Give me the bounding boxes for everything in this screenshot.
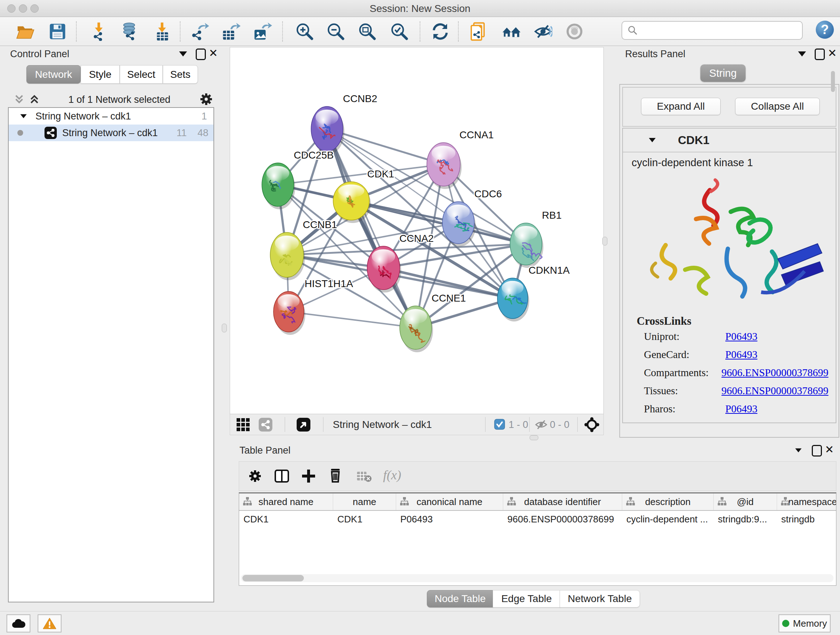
selected-nodes-checkbox-icon[interactable] xyxy=(494,419,505,430)
crosslink-link[interactable]: P06493 xyxy=(725,403,758,415)
table-scrollbar-thumb[interactable] xyxy=(242,575,304,581)
network-options-gear-icon[interactable] xyxy=(199,92,213,106)
protein-collapse-icon[interactable] xyxy=(649,138,656,142)
toolbar-separator xyxy=(458,21,459,42)
column-header-shared-name[interactable]: shared name xyxy=(239,494,333,510)
tab-network[interactable]: Network xyxy=(27,65,81,84)
table-options-gear-icon[interactable] xyxy=(248,469,262,483)
results-panel-close-button[interactable]: ✕ xyxy=(828,49,837,58)
control-panel-title: Control Panel xyxy=(10,49,69,60)
save-session-button[interactable] xyxy=(48,22,67,41)
import-network-button[interactable] xyxy=(89,22,108,41)
crosslink-link[interactable]: P06493 xyxy=(725,331,758,342)
table-cell[interactable]: cyclin-dependent ... xyxy=(622,510,714,527)
show-columns-icon[interactable] xyxy=(274,468,290,484)
right-splitter-handle[interactable] xyxy=(602,237,607,245)
bottom-splitter-handle[interactable] xyxy=(530,435,538,440)
network-row-selected[interactable]: String Network – cdk1 11 48 xyxy=(9,125,213,141)
create-column-icon[interactable] xyxy=(301,468,317,484)
zoom-selected-button[interactable] xyxy=(390,22,409,41)
tab-style[interactable]: Style xyxy=(81,65,120,84)
export-table-button[interactable] xyxy=(222,22,240,41)
collapse-all-icon[interactable] xyxy=(13,93,25,105)
warning-icon xyxy=(43,617,57,630)
column-header-description[interactable]: description xyxy=(622,494,714,510)
column-header-namespace[interactable]: namespace xyxy=(777,494,837,510)
control-panel-maximize-button[interactable] xyxy=(196,49,206,60)
tab-node-table[interactable]: Node Table xyxy=(427,590,493,608)
delete-column-icon[interactable] xyxy=(327,467,343,483)
tab-edge-table[interactable]: Edge Table xyxy=(493,590,561,608)
network-collection-row[interactable]: String Network – cdk1 1 xyxy=(9,108,213,125)
zoom-fit-button[interactable] xyxy=(358,22,377,41)
protein-description: cyclin-dependent kinase 1 xyxy=(632,157,753,169)
table-scrollbar[interactable] xyxy=(241,574,834,582)
crosslink-link[interactable]: 9606.ENSP00000378699 xyxy=(722,385,829,397)
network-canvas[interactable]: CCNB2CCNA1CDC25BCDK1CDC6RB1CCNB1CCNA2CDK… xyxy=(230,47,604,415)
refresh-button[interactable] xyxy=(431,22,450,41)
network-selected-status: 1 of 1 Network selected xyxy=(47,94,192,105)
open-session-button[interactable] xyxy=(16,22,35,41)
node-table[interactable]: shared namenamecanonical namedatabase id… xyxy=(239,492,836,586)
crosslink-link[interactable]: P06493 xyxy=(725,348,758,361)
help-button[interactable]: ? xyxy=(816,21,834,39)
table-cell[interactable]: stringdb:9... xyxy=(714,510,777,527)
zoom-in-button[interactable] xyxy=(295,22,314,41)
table-panel-close-button[interactable]: ✕ xyxy=(825,445,834,454)
table-cell[interactable]: CDK1 xyxy=(333,510,396,527)
expand-all-icon[interactable] xyxy=(28,93,41,105)
column-header-canonical-name[interactable]: canonical name xyxy=(396,494,503,510)
search-input[interactable] xyxy=(642,23,802,38)
column-header-name[interactable]: name xyxy=(333,494,396,510)
column-header-database-identifier[interactable]: database identifier xyxy=(503,494,622,510)
import-table-button[interactable] xyxy=(153,22,172,41)
control-panel-close-button[interactable]: ✕ xyxy=(209,49,218,58)
title-bar: Session: New Session xyxy=(0,0,840,17)
table-cell[interactable]: CDK1 xyxy=(239,510,333,527)
table-row[interactable]: CDK1CDK1P064939606.ENSP00000378699cyclin… xyxy=(239,510,836,527)
footer-separator xyxy=(285,417,285,432)
network-node-CDKN1A[interactable]: CDKN1A xyxy=(497,264,570,321)
collection-expand-icon[interactable] xyxy=(20,114,27,118)
table-cell[interactable]: P06493 xyxy=(396,510,503,527)
export-network-button[interactable] xyxy=(190,22,209,41)
node-label-CDKN1A: CDKN1A xyxy=(529,264,570,276)
warning-button[interactable] xyxy=(38,614,62,632)
export-image-button[interactable] xyxy=(253,22,272,41)
zoom-out-button[interactable] xyxy=(326,22,345,41)
collapse-all-button[interactable]: Collapse All xyxy=(735,98,820,115)
tab-network-table[interactable]: Network Table xyxy=(560,590,640,608)
hidden-eye-slash-icon[interactable] xyxy=(535,418,548,431)
results-panel-maximize-button[interactable] xyxy=(815,49,825,60)
network-node-HIST1H1A[interactable]: HIST1H1A xyxy=(273,278,353,335)
tab-select[interactable]: Select xyxy=(120,65,163,84)
tab-string[interactable]: String xyxy=(700,65,745,82)
results-scrollbar-thumb[interactable] xyxy=(831,71,835,92)
string-view-icon[interactable] xyxy=(258,417,273,432)
homes-icon[interactable] xyxy=(502,22,521,41)
control-panel-float-button[interactable] xyxy=(179,51,187,57)
table-panel-maximize-button[interactable] xyxy=(812,445,822,456)
tab-sets[interactable]: Sets xyxy=(163,65,198,84)
birds-eye-icon[interactable] xyxy=(296,417,311,432)
column-header--id[interactable]: @id xyxy=(714,494,777,510)
network-graph[interactable]: CCNB2CCNA1CDC25BCDK1CDC6RB1CCNB1CCNA2CDK… xyxy=(230,48,603,414)
results-panel-float-button[interactable] xyxy=(798,51,806,57)
network-node-CCNB1[interactable]: CCNB1 xyxy=(270,219,337,280)
table-panel-float-button[interactable] xyxy=(795,448,802,452)
clone-network-button[interactable] xyxy=(470,22,488,41)
grid-view-icon[interactable] xyxy=(236,417,250,432)
left-splitter-handle[interactable] xyxy=(222,324,227,333)
crosslink-link[interactable]: 9606.ENSP00000378699 xyxy=(722,367,829,379)
hide-unhide-button[interactable] xyxy=(534,22,553,41)
table-cell[interactable]: 9606.ENSP00000378699 xyxy=(503,510,622,527)
protein-card-header[interactable]: CDK1 xyxy=(623,128,836,152)
memory-button[interactable]: Memory xyxy=(778,614,831,632)
show-eye-icon xyxy=(565,22,584,41)
expand-all-button[interactable]: Expand All xyxy=(641,98,721,115)
import-database-button[interactable] xyxy=(120,22,139,41)
pan-crosshair-icon[interactable] xyxy=(584,417,600,432)
network-node-RB1[interactable]: RB1 xyxy=(510,210,561,268)
cloud-button[interactable] xyxy=(6,614,30,632)
table-cell[interactable]: stringdb xyxy=(777,510,837,527)
